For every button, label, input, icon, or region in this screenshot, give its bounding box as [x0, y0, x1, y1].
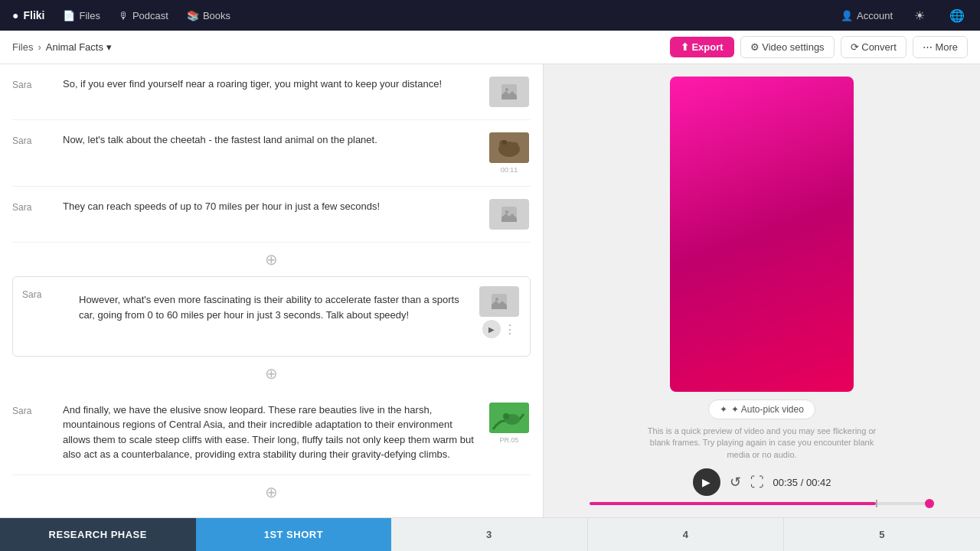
nav-books[interactable]: 📚 Books — [187, 10, 230, 21]
media-label: 00:11 — [501, 166, 518, 174]
nav-podcast[interactable]: 🎙 Podcast — [119, 10, 168, 21]
svg-point-5 — [512, 142, 518, 148]
media-cell: PR.05 — [488, 403, 531, 444]
svg-point-10 — [495, 298, 498, 301]
media-thumbnail[interactable] — [489, 132, 529, 163]
bottom-tabs: Research Phase 1st Short 3 4 5 — [0, 517, 980, 551]
tab-4[interactable]: 4 — [588, 518, 785, 551]
snow-leopard-thumbnail — [489, 403, 529, 433]
media-label: PR.05 — [499, 436, 518, 444]
progress-mid-mark — [876, 500, 877, 507]
script-text-wrap: And finally, we have the elusive snow le… — [63, 403, 475, 462]
media-cell — [488, 77, 531, 107]
podcast-icon: 🎙 — [119, 10, 129, 21]
add-scene-button[interactable]: ⊕ — [12, 243, 531, 276]
convert-button[interactable]: ⟳ Convert — [841, 36, 906, 58]
script-panel: Sara So, if you ever find yourself near … — [0, 64, 544, 517]
speaker-label: Sara — [12, 199, 51, 213]
cheetah-thumbnail — [489, 132, 529, 163]
tab-5[interactable]: 5 — [784, 518, 980, 551]
script-text-active[interactable] — [73, 286, 466, 344]
image-placeholder-icon — [501, 207, 517, 222]
table-row: Sara And finally, we have the elusive sn… — [12, 390, 531, 475]
nav-files[interactable]: 📄 Files — [63, 10, 100, 21]
table-row: Sara Now, let's talk about the cheetah -… — [12, 120, 531, 187]
fullscreen-button[interactable]: ⛶ — [750, 474, 764, 491]
toolbar-actions: ⬆ Export ⚙ Video settings ⟳ Convert ⋯ Mo… — [670, 36, 968, 58]
chevron-down-icon: ▾ — [106, 41, 112, 53]
play-button[interactable]: ▶ — [693, 468, 720, 496]
script-text[interactable]: Now, let's talk about the cheetah - the … — [63, 132, 475, 148]
progress-bar[interactable] — [590, 502, 934, 505]
table-row: Sara ▶ ⋮ — [12, 276, 531, 357]
account-icon: 👤 — [841, 10, 853, 21]
more-button[interactable]: ⋯ More — [913, 36, 968, 58]
image-placeholder-icon — [492, 294, 507, 309]
media-more-button[interactable]: ⋮ — [504, 322, 516, 337]
progress-fill — [590, 502, 876, 505]
script-text-wrap: So, if you ever find yourself near a roa… — [63, 77, 475, 92]
svg-point-8 — [505, 210, 508, 214]
speaker-label: Sara — [12, 77, 51, 90]
media-cell — [488, 199, 531, 230]
script-text[interactable]: And finally, we have the elusive snow le… — [63, 403, 475, 462]
breadcrumb-separator: › — [38, 41, 41, 53]
media-thumbnail[interactable] — [489, 403, 529, 433]
table-row: Sara They can reach speeds of up to 70 m… — [12, 187, 531, 243]
script-text[interactable]: So, if you ever find yourself near a roa… — [63, 77, 475, 92]
image-placeholder-icon — [501, 84, 517, 99]
script-text-wrap — [73, 286, 466, 347]
time-display: 00:35 / 00:42 — [773, 477, 831, 488]
svg-point-1 — [505, 88, 508, 91]
media-cell: ▶ ⋮ — [478, 286, 521, 338]
video-settings-button[interactable]: ⚙ Video settings — [740, 36, 835, 58]
media-play-button[interactable]: ▶ — [482, 320, 501, 338]
replay-button[interactable]: ↺ — [730, 474, 741, 491]
progress-thumb[interactable] — [925, 499, 934, 508]
media-cell: 00:11 — [488, 132, 531, 174]
add-scene-button-3[interactable]: ⊕ — [12, 475, 531, 509]
language-toggle[interactable]: 🌐 — [946, 5, 968, 26]
top-nav: ● Fliki 📄 Files 🎙 Podcast 📚 Books 👤 Acco… — [0, 0, 980, 31]
video-controls: ▶ ↺ ⛶ 00:35 / 00:42 — [693, 468, 831, 496]
breadcrumb: Files › Animal Facts ▾ — [12, 41, 664, 53]
export-button[interactable]: ⬆ Export — [670, 37, 734, 57]
breadcrumb-current[interactable]: Animal Facts ▾ — [46, 41, 112, 53]
app-logo[interactable]: ● Fliki — [12, 9, 44, 21]
video-preview — [670, 77, 854, 392]
main-content: Sara So, if you ever find yourself near … — [0, 64, 980, 517]
files-icon: 📄 — [63, 10, 75, 21]
script-text[interactable]: They can reach speeds of up to 70 miles … — [63, 199, 475, 214]
media-thumbnail[interactable] — [479, 286, 519, 317]
breadcrumb-files[interactable]: Files — [12, 41, 33, 53]
video-gradient — [670, 77, 854, 392]
add-scene-button-2[interactable]: ⊕ — [12, 357, 531, 390]
sub-toolbar: Files › Animal Facts ▾ ⬆ Export ⚙ Video … — [0, 31, 980, 64]
speaker-label: Sara — [12, 132, 51, 146]
speaker-label: Sara — [12, 403, 51, 416]
books-icon: 📚 — [187, 10, 199, 21]
tab-1st-short[interactable]: 1st Short — [196, 518, 392, 551]
theme-toggle[interactable]: ☀ — [911, 5, 928, 26]
svg-point-6 — [502, 140, 507, 145]
video-notice: This is a quick preview of video and you… — [639, 425, 884, 461]
media-thumbnail[interactable] — [489, 77, 529, 107]
table-row: Sara So, if you ever find yourself near … — [12, 64, 531, 120]
auto-pick-button[interactable]: ✦ ✦ Auto-pick video — [708, 399, 815, 419]
media-thumbnail[interactable] — [489, 199, 529, 230]
tab-3[interactable]: 3 — [391, 518, 588, 551]
speaker-label: Sara — [22, 286, 60, 300]
tab-research-phase[interactable]: Research Phase — [0, 518, 196, 551]
svg-point-13 — [503, 413, 509, 419]
video-panel: ✦ ✦ Auto-pick video This is a quick prev… — [544, 64, 980, 517]
script-text-wrap: They can reach speeds of up to 70 miles … — [63, 199, 475, 214]
script-text-wrap: Now, let's talk about the cheetah - the … — [63, 132, 475, 148]
account-button[interactable]: 👤 Account — [841, 10, 893, 21]
sparkle-icon: ✦ — [720, 404, 727, 415]
media-controls: ▶ ⋮ — [482, 320, 516, 338]
logo-icon: ● — [12, 9, 18, 21]
logo-text: Fliki — [23, 9, 44, 21]
